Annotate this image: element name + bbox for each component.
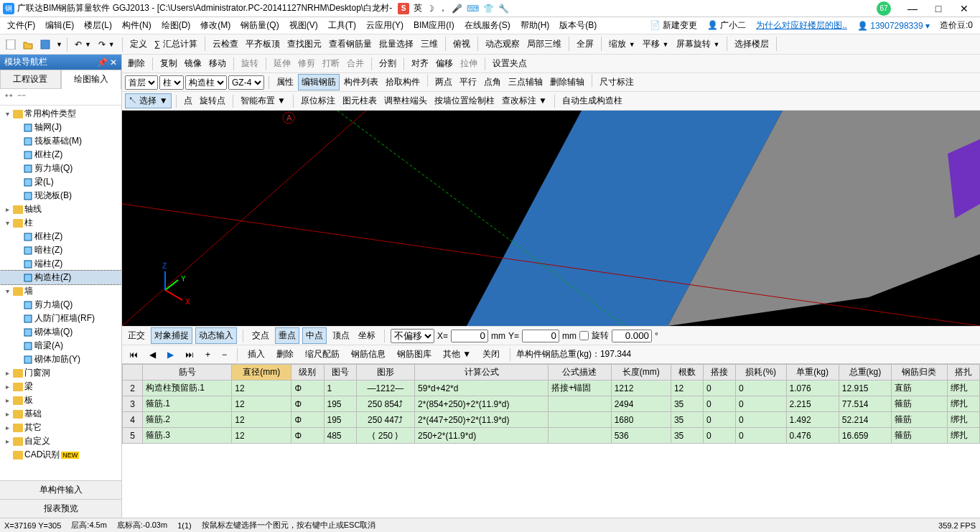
save-button[interactable] [37,38,53,51]
edit-旋转[interactable]: 旋转 [238,56,261,71]
help-link[interactable]: 为什么对应好楼层的图.. [752,18,851,33]
col-级别[interactable]: 级别 [291,365,324,381]
nav-插入[interactable]: 插入 [243,347,269,362]
menu-item-10[interactable]: BIM应用(I) [409,18,459,33]
menu-item-7[interactable]: 视图(V) [285,18,322,33]
tree-暗柱(Z)[interactable]: 暗柱(Z) [0,243,121,257]
menu-item-11[interactable]: 在线服务(S) [460,18,515,33]
draw-旋转点[interactable]: 旋转点 [197,93,228,108]
toolbar-缩放[interactable]: 缩放▼ [606,37,638,52]
table-row[interactable]: 4箍筋.212Φ195250 447⤴2*(447+250)+2*(11.9*d… [123,412,980,428]
tree-梁(L)[interactable]: 梁(L) [0,175,121,189]
snap-坐标[interactable]: 坐标 [355,328,378,343]
menu-item-9[interactable]: 云应用(Y) [362,18,408,33]
prop-尺寸标注[interactable]: 尺寸标注 [597,74,637,90]
toolbar-平齐板顶[interactable]: 平齐板顶 [243,37,283,52]
tree-轴网(J)[interactable]: 轴网(J) [0,121,121,134]
subtype-select[interactable]: 构造柱 [185,75,227,90]
tree-CAD识别[interactable]: CAD识别 NEW [0,448,121,462]
lp-bottom-0[interactable]: 单构件输入 [0,480,121,499]
tree-剪力墙(Q)[interactable]: 剪力墙(Q) [0,162,121,175]
menu-new_change[interactable]: 📄 新建变更 [645,18,701,33]
draw-选择[interactable]: ↖ 选择 ▼ [125,93,172,108]
offset-select[interactable]: 不偏移 [391,329,434,343]
tree-构造柱(Z)[interactable]: 构造柱(Z) [0,271,121,284]
toolbar-选择楼层[interactable]: 选择楼层 [732,37,772,52]
nav-钢筋图库[interactable]: 钢筋图库 [393,347,436,362]
collapse-all-icon[interactable]: ⁻⁻ [17,92,26,102]
toolbar-屏幕旋转[interactable]: 屏幕旋转▼ [673,37,723,52]
prop-属性[interactable]: 属性 [274,74,297,90]
col-搭扎[interactable]: 搭扎 [947,365,979,381]
floor-select[interactable]: 首层 [125,75,158,90]
draw-点[interactable]: 点 [181,93,195,108]
tree-端柱(Z)[interactable]: 端柱(Z) [0,257,121,271]
tree-剪力墙(Q)[interactable]: 剪力墙(Q) [0,298,121,312]
col-根数[interactable]: 根数 [671,365,703,381]
panel-close-icon[interactable]: ✕ [110,57,117,67]
toolbar-全屏[interactable]: 全屏 [574,37,597,52]
edit-延伸[interactable]: 延伸 [271,56,294,71]
nav-first[interactable]: ⏮ [125,348,142,361]
prop-构件列表[interactable]: 构件列表 [341,74,381,90]
edit-偏移[interactable]: 偏移 [433,56,456,71]
tree-梁[interactable]: ▸ 梁 [0,380,121,393]
nav-add[interactable]: + [201,348,215,361]
snap-正交[interactable]: 正交 [125,328,148,343]
toolbar-批量选择[interactable]: 批量选择 [376,37,416,52]
ime-lang[interactable]: 英 [414,2,422,14]
col-钢筋归类[interactable]: 钢筋归类 [892,365,948,381]
draw-按墙位置绘制柱[interactable]: 按墙位置绘制柱 [431,93,498,108]
toolbar-俯视[interactable]: 俯视 [450,37,473,52]
tree-柱[interactable]: ▾ 柱 [0,216,121,230]
edit-合并[interactable]: 合并 [344,56,367,71]
wrench-icon[interactable]: 🔧 [498,4,509,14]
rebar-table[interactable]: 筋号直径(mm)级别图号图形计算公式公式描述长度(mm)根数搭接损耗(%)单重(… [122,363,980,518]
draw-图元柱表[interactable]: 图元柱表 [340,93,380,108]
coin-balance[interactable]: 造价豆:0 [935,18,977,33]
maximize-button[interactable]: □ [925,1,951,16]
col-总重(kg)[interactable]: 总重(kg) [839,365,891,381]
open-button[interactable] [20,38,36,51]
menu-item-6[interactable]: 钢筋量(Q) [236,18,283,33]
col-长度(mm)[interactable]: 长度(mm) [611,365,671,381]
col-筋号[interactable]: 筋号 [143,365,232,381]
edit-设置夹点[interactable]: 设置夹点 [490,56,530,71]
edit-删除[interactable]: 删除 [125,56,148,71]
toolbar-查看钢筋量[interactable]: 查看钢筋量 [326,37,375,52]
tree-自定义[interactable]: ▸ 自定义 [0,434,121,448]
y-input[interactable] [522,330,559,342]
new-button[interactable] [3,38,19,51]
col-计算公式[interactable]: 计算公式 [415,365,549,381]
undo-button[interactable]: ↶▼ [72,38,94,51]
draw-自动生成构造柱[interactable]: 自动生成构造柱 [559,93,625,108]
edit-打断[interactable]: 打断 [319,56,342,71]
tree-门窗洞[interactable]: ▸ 门窗洞 [0,366,121,380]
lp-tab-0[interactable]: 工程设置 [0,70,61,89]
menu-item-4[interactable]: 绘图(D) [157,18,195,33]
col-单重(kg)[interactable]: 单重(kg) [786,365,839,381]
tree-砌体加筋(Y)[interactable]: 砌体加筋(Y) [0,353,121,366]
tree-筏板基础(M)[interactable]: 筏板基础(M) [0,134,121,148]
col-图号[interactable]: 图号 [324,365,356,381]
tree-轴线[interactable]: ▸ 轴线 [0,202,121,216]
edit-镜像[interactable]: 镜像 [182,56,205,71]
table-row[interactable]: 3箍筋.112Φ195250 854⤴2*(854+250)+2*(11.9*d… [123,396,980,412]
tree-框柱(Z)[interactable]: 框柱(Z) [0,230,121,243]
prop-编辑钢筋[interactable]: 编辑钢筋 [298,74,340,90]
menu-item-8[interactable]: 工具(T) [324,18,360,33]
toolbar-三维[interactable]: 三维 [418,37,441,52]
edit-拉伸[interactable]: 拉伸 [457,56,480,71]
tree-墙[interactable]: ▾ 墙 [0,284,121,298]
snap-对象捕捉[interactable]: 对象捕捉 [151,327,192,344]
toolbar-定义[interactable]: 定义 [127,37,150,52]
prop-删除辅轴[interactable]: 删除辅轴 [547,74,587,90]
snap-中点[interactable]: 中点 [302,327,327,344]
tree-板[interactable]: ▸ 板 [0,393,121,407]
menu-item-0[interactable]: 文件(F) [3,18,39,33]
table-row[interactable]: 2构造柱预留筋.112Φ1—1212—59*d+42*d搭接+锚固1212120… [123,381,980,396]
nav-关闭[interactable]: 关闭 [478,347,504,362]
edit-复制[interactable]: 复制 [157,56,180,71]
toolbar-查找图元[interactable]: 查找图元 [284,37,325,52]
col-搭接[interactable]: 搭接 [703,365,735,381]
